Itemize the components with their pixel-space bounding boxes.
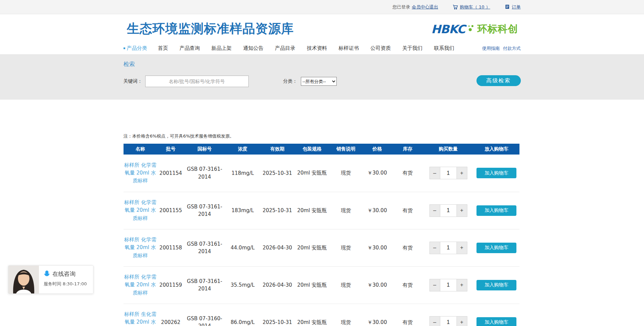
quantity-decrease-button[interactable]: – <box>430 279 440 291</box>
products-table: 名称批号国标号浓度有效期包装规格销售说明价格库存购买数量放入购物车 标样所 化学… <box>124 144 519 326</box>
add-to-cart-button[interactable]: 加入购物车 <box>476 205 516 216</box>
product-name-link[interactable]: 标样所 生化需氧量 20ml 水质标样 <box>124 310 157 326</box>
quantity-input[interactable] <box>440 242 457 254</box>
concentration-cell: 86.0mg/L <box>225 304 261 326</box>
price-cell: ￥30.00 <box>362 155 393 192</box>
member-center-logout-link[interactable]: 会员中心退出 <box>412 4 438 10</box>
nav-item[interactable]: 标样证书 <box>339 45 359 52</box>
nav-right-link[interactable]: 付款方式 <box>503 45 521 52</box>
add-to-cart-button[interactable]: 加入购物车 <box>476 168 516 178</box>
quantity-increase-button[interactable]: + <box>457 317 467 326</box>
add-to-cart-button[interactable]: 加入购物车 <box>476 317 516 326</box>
quantity-input[interactable] <box>440 205 457 217</box>
category-select[interactable]: --所有分类-- <box>301 77 337 86</box>
price-cell: ￥30.00 <box>362 192 393 229</box>
packaging-cell: 20ml 安瓿瓶 <box>294 266 330 304</box>
header: 生态环境监测标准样品资源库 HBKC 环标科创 产品分类 首页产品查询新品上架通… <box>0 14 644 54</box>
product-name-link[interactable]: 标样所 化学需氧量 20ml 水质标样 <box>124 199 157 222</box>
keyword-input[interactable] <box>145 76 249 87</box>
nav-item[interactable]: 关于我们 <box>402 45 423 52</box>
price-cell: ￥30.00 <box>362 229 393 266</box>
column-header: 库存 <box>393 144 423 155</box>
quantity-increase-button[interactable]: + <box>457 167 467 179</box>
sale-status-cell: 现货 <box>330 192 362 229</box>
cart-link[interactable]: 购物车（ 10 ） <box>460 4 490 10</box>
quantity-stepper: – + <box>429 242 467 254</box>
category-label: 分类： <box>283 78 297 84</box>
batch-cell: 200262 <box>157 304 184 326</box>
nav-item[interactable]: 首页 <box>158 45 168 52</box>
price-cell: ￥30.00 <box>362 304 393 326</box>
nav-item[interactable]: 技术资料 <box>307 45 327 52</box>
packaging-cell: 20ml 安瓿瓶 <box>294 229 330 266</box>
stock-cell: 有货 <box>393 304 423 326</box>
stock-cell: 有货 <box>393 155 423 192</box>
price-cell: ￥30.00 <box>362 266 393 304</box>
add-to-cart-button[interactable]: 加入购物车 <box>476 280 516 290</box>
sale-status-cell: 现货 <box>330 266 362 304</box>
nav-right-link[interactable]: 使用指南 <box>482 45 500 52</box>
search-title: 检索 <box>124 60 521 68</box>
nav-item[interactable]: 公司资质 <box>371 45 391 52</box>
column-header: 名称 <box>124 144 157 155</box>
brand-dots-icon <box>468 24 475 34</box>
quantity-increase-button[interactable]: + <box>457 205 467 217</box>
brand-hbkc-text: HBKC <box>431 22 465 36</box>
order-link[interactable]: 订单 <box>512 4 521 10</box>
quantity-decrease-button[interactable]: – <box>430 242 440 254</box>
table-row: 标样所 化学需氧量 20ml 水质标样 2001158 GSB 07-3161-… <box>124 229 519 266</box>
nav-right-links: 使用指南付款方式 <box>482 45 521 52</box>
expiry-cell: 2026-04-30 <box>261 266 294 304</box>
nav-category[interactable]: 产品分类 <box>124 45 147 52</box>
gb-code-cell: GSB 07-3161-2014 <box>184 165 225 181</box>
concentration-cell: 35.5mg/L <box>225 266 261 304</box>
site-title: 生态环境监测标准样品资源库 <box>127 20 294 37</box>
gb-code-cell: GSB 07-3161-2014 <box>184 240 225 256</box>
quantity-stepper: – + <box>429 316 467 326</box>
nav-item[interactable]: 新品上架 <box>212 45 232 52</box>
gb-code-cell: GSB 07-3161-2014 <box>184 203 225 218</box>
nav-items: 首页产品查询新品上架通知公告产品目录技术资料标样证书公司资质关于我们联系我们 <box>158 45 454 52</box>
quantity-increase-button[interactable]: + <box>457 279 467 291</box>
product-name-link[interactable]: 标样所 化学需氧量 20ml 水质标样 <box>124 161 157 185</box>
expiry-cell: 2025-10-31 <box>261 192 294 229</box>
table-row: 标样所 化学需氧量 20ml 水质标样 2001159 GSB 07-3161-… <box>124 266 519 304</box>
quantity-input[interactable] <box>440 317 457 326</box>
column-header: 有效期 <box>261 144 294 155</box>
sale-status-cell: 现货 <box>330 229 362 266</box>
quantity-input[interactable] <box>440 167 457 179</box>
advanced-search-button[interactable]: 高级检索 <box>476 75 521 86</box>
nav-item[interactable]: 联系我们 <box>434 45 454 52</box>
nav-item[interactable]: 产品目录 <box>275 45 295 52</box>
packaging-cell: 20ml 安瓿瓶 <box>294 304 330 326</box>
sale-status-cell: 现货 <box>330 304 362 326</box>
quantity-input[interactable] <box>440 279 457 291</box>
nav-item[interactable]: 产品查询 <box>180 45 200 52</box>
brand-logo: HBKC 环标科创 <box>431 22 518 36</box>
concentration-cell: 183mg/L <box>225 192 261 229</box>
packaging-cell: 20ml 安瓿瓶 <box>294 155 330 192</box>
table-row: 标样所 生化需氧量 20ml 水质标样 200262 GSB 07-3160-2… <box>124 304 519 326</box>
add-to-cart-button[interactable]: 加入购物车 <box>476 243 516 253</box>
qq-penguin-icon <box>44 270 50 278</box>
quantity-decrease-button[interactable]: – <box>430 167 440 179</box>
product-name-link[interactable]: 标样所 化学需氧量 20ml 水质标样 <box>124 236 157 260</box>
online-chat-widget[interactable]: 在线咨询 服务时间 8:30-17:00 <box>8 265 93 294</box>
column-header: 放入购物车 <box>474 144 519 155</box>
column-header: 包装规格 <box>294 144 330 155</box>
category-bullet-icon <box>124 47 125 49</box>
batch-cell: 2001154 <box>157 155 184 192</box>
nav-item[interactable]: 通知公告 <box>243 45 264 52</box>
gb-code-cell: GSB 07-3160-2014 <box>184 315 225 326</box>
product-name-link[interactable]: 标样所 化学需氧量 20ml 水质标样 <box>124 273 157 297</box>
batch-cell: 2001155 <box>157 192 184 229</box>
chat-service-time: 服务时间 8:30-17:00 <box>44 281 87 287</box>
column-header: 销售说明 <box>330 144 362 155</box>
search-panel: 检索 关键词： 分类： --所有分类-- 高级检索 <box>0 54 644 100</box>
quantity-decrease-button[interactable]: – <box>430 205 440 217</box>
quantity-decrease-button[interactable]: – <box>430 317 440 326</box>
table-header-row: 名称批号国标号浓度有效期包装规格销售说明价格库存购买数量放入购物车 <box>124 144 519 155</box>
column-header: 价格 <box>362 144 393 155</box>
quantity-increase-button[interactable]: + <box>457 242 467 254</box>
quantity-stepper: – + <box>429 167 467 179</box>
